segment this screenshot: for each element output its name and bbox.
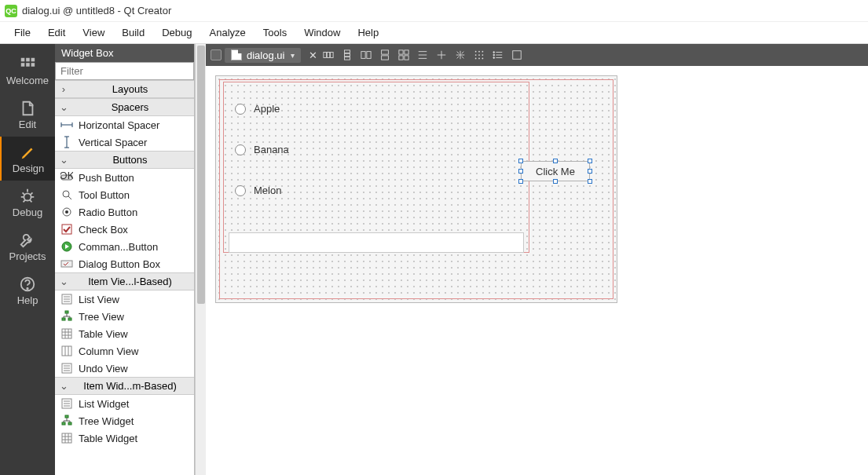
widget-item[interactable]: Tree Widget bbox=[55, 412, 194, 429]
svg-rect-53 bbox=[345, 53, 350, 57]
editor-tabbar: dialog.ui ▾ ✕ bbox=[206, 44, 868, 66]
svg-rect-54 bbox=[345, 57, 350, 60]
widget-item[interactable]: Vertical Spacer bbox=[55, 133, 194, 151]
tool-layout-hsplit-icon[interactable] bbox=[358, 47, 374, 63]
tool-layout-grid-icon[interactable] bbox=[396, 47, 412, 63]
svg-point-71 bbox=[475, 54, 477, 56]
widget-item[interactable]: Radio Button bbox=[55, 203, 194, 221]
widget-item[interactable]: Dialog Button Box bbox=[55, 255, 194, 272]
form-canvas[interactable]: Apple Banana Melon Click Me bbox=[206, 66, 868, 475]
svg-point-72 bbox=[479, 54, 481, 56]
widget-item[interactable]: List View bbox=[55, 290, 194, 308]
tool-layout-h-icon[interactable] bbox=[320, 47, 336, 63]
tool-form-layout-icon[interactable] bbox=[415, 47, 430, 63]
tool-break-layout-icon[interactable] bbox=[434, 47, 449, 63]
widget-item[interactable]: Comman...Button bbox=[55, 238, 194, 255]
tool-form-icon[interactable] bbox=[509, 47, 525, 63]
widget-item[interactable]: Table View bbox=[55, 325, 194, 342]
menu-tools[interactable]: Tools bbox=[255, 24, 295, 42]
mode-debug[interactable]: Debug bbox=[0, 181, 55, 225]
radio-melon[interactable]: Melon bbox=[235, 185, 281, 196]
vspacer-icon bbox=[60, 136, 74, 148]
tree-icon bbox=[60, 310, 74, 323]
svg-rect-55 bbox=[361, 52, 365, 59]
tool-adjust-size-icon[interactable] bbox=[452, 47, 468, 63]
line-edit[interactable] bbox=[229, 232, 524, 253]
selection-handle[interactable] bbox=[588, 159, 592, 163]
widget-category[interactable]: ⌄Buttons bbox=[55, 151, 194, 169]
widget-item-label: Vertical Spacer bbox=[79, 137, 147, 148]
widget-item[interactable]: Table Widget bbox=[55, 429, 194, 447]
widget-item[interactable]: Undo View bbox=[55, 360, 194, 377]
tab-close-icon[interactable]: ✕ bbox=[309, 49, 317, 61]
widget-item[interactable]: Column View bbox=[55, 342, 194, 360]
widget-item[interactable]: Horizontal Spacer bbox=[55, 116, 194, 133]
widget-item[interactable]: Tree View bbox=[55, 308, 194, 325]
radio-banana[interactable]: Banana bbox=[235, 144, 289, 155]
menu-build[interactable]: Build bbox=[114, 24, 152, 42]
chevron-down-icon: ⌄ bbox=[58, 154, 69, 166]
svg-point-70 bbox=[482, 51, 484, 53]
widget-item[interactable]: OKPush Button bbox=[55, 169, 194, 186]
menu-help[interactable]: Help bbox=[350, 24, 386, 42]
selection-handle[interactable] bbox=[518, 179, 523, 184]
mode-edit[interactable]: Edit bbox=[0, 93, 55, 137]
widget-category[interactable]: ⌄Item Vie...l-Based) bbox=[55, 272, 194, 290]
widget-item[interactable]: Tool Button bbox=[55, 186, 194, 203]
menu-edit[interactable]: Edit bbox=[40, 24, 73, 42]
widget-item-label: Comman...Button bbox=[79, 241, 158, 253]
svg-point-81 bbox=[493, 54, 495, 56]
mode-design[interactable]: Design bbox=[0, 137, 55, 181]
mode-label: Help bbox=[17, 294, 38, 306]
dialog-form[interactable]: Apple Banana Melon Click Me bbox=[215, 75, 617, 303]
radio-icon bbox=[60, 206, 74, 218]
svg-rect-3 bbox=[21, 63, 25, 67]
menu-window[interactable]: Window bbox=[296, 24, 348, 42]
widget-category[interactable]: ›Layouts bbox=[55, 80, 194, 98]
svg-rect-49 bbox=[324, 53, 327, 58]
tab-dropdown-icon[interactable]: ▾ bbox=[291, 51, 295, 60]
radio-icon bbox=[235, 185, 246, 196]
menu-file[interactable]: File bbox=[6, 24, 38, 42]
click-me-button[interactable]: Click Me bbox=[521, 161, 590, 181]
tool-list-icon[interactable] bbox=[490, 47, 506, 63]
radio-apple[interactable]: Apple bbox=[235, 103, 280, 115]
svg-point-14 bbox=[65, 210, 68, 214]
scrollbar-thumb[interactable] bbox=[197, 46, 205, 304]
svg-rect-57 bbox=[382, 50, 389, 54]
radio-icon bbox=[235, 144, 246, 155]
open-file-tab[interactable]: dialog.ui ▾ bbox=[225, 48, 301, 63]
tool-layout-v-icon[interactable] bbox=[339, 47, 355, 63]
widgetbox-scrollbar[interactable] bbox=[195, 44, 206, 475]
menu-debug[interactable]: Debug bbox=[154, 24, 200, 42]
widget-category[interactable]: ⌄Item Wid...m-Based) bbox=[55, 377, 194, 395]
svg-rect-62 bbox=[405, 56, 408, 60]
svg-rect-22 bbox=[65, 311, 68, 313]
widget-item-label: Dialog Button Box bbox=[79, 258, 160, 270]
cmd-icon bbox=[60, 240, 74, 253]
selection-handle[interactable] bbox=[553, 159, 558, 163]
selection-handle[interactable] bbox=[588, 169, 592, 174]
tool-layout-vsplit-icon[interactable] bbox=[377, 47, 393, 63]
svg-point-74 bbox=[475, 58, 477, 60]
widget-item[interactable]: List Widget bbox=[55, 395, 194, 412]
menu-view[interactable]: View bbox=[75, 24, 112, 42]
tabbar-stub-icon[interactable] bbox=[211, 49, 222, 60]
wrench-icon bbox=[19, 232, 36, 249]
tool-grid-dots-icon[interactable] bbox=[471, 47, 487, 63]
mode-help[interactable]: Help bbox=[0, 269, 55, 312]
selection-handle[interactable] bbox=[518, 159, 523, 163]
widget-category[interactable]: ⌄Spacers bbox=[55, 98, 194, 116]
widget-item[interactable]: Check Box bbox=[55, 221, 194, 238]
mode-projects[interactable]: Projects bbox=[0, 225, 55, 269]
selection-handle[interactable] bbox=[518, 169, 523, 174]
mode-welcome[interactable]: Welcome bbox=[0, 49, 55, 93]
window-title: dialog.ui @ untitled8 - Qt Creator bbox=[22, 5, 171, 16]
selection-handle[interactable] bbox=[553, 179, 558, 184]
menu-analyze[interactable]: Analyze bbox=[202, 24, 254, 42]
layout-outline-outer: Apple Banana Melon Click Me bbox=[219, 79, 613, 299]
widget-filter-input[interactable] bbox=[55, 62, 194, 80]
widget-tree[interactable]: ›Layouts⌄SpacersHorizontal SpacerVertica… bbox=[55, 80, 194, 475]
svg-rect-23 bbox=[62, 318, 65, 320]
selection-handle[interactable] bbox=[588, 179, 592, 184]
